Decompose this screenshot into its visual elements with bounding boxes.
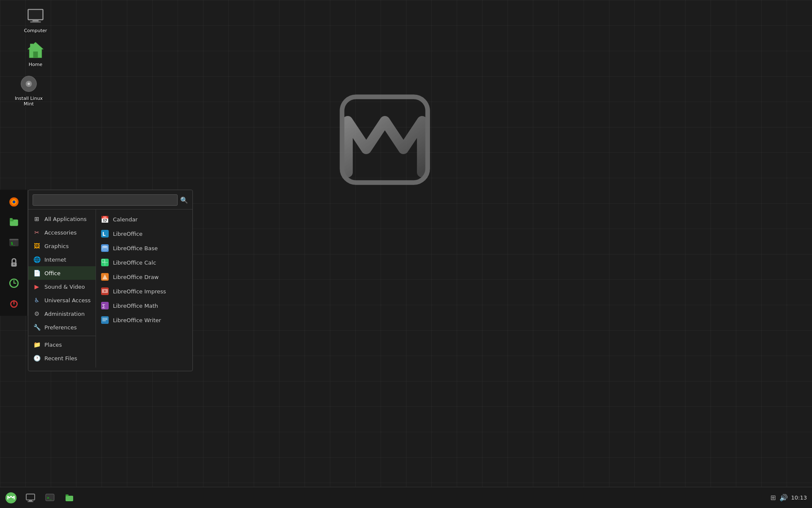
category-all-applications-label: All Applications bbox=[44, 216, 87, 222]
sidebar-icon-terminal[interactable]: $_ bbox=[4, 233, 24, 252]
taskbar-right: ⊞ 🔊 10:13 bbox=[770, 494, 812, 502]
desktop-icon-install[interactable]: Install Linux Mint bbox=[12, 72, 46, 108]
category-all-applications[interactable]: ⊞ All Applications bbox=[28, 212, 96, 226]
app-libreoffice[interactable]: L LibreOffice bbox=[96, 226, 192, 241]
desktop-icon-home[interactable]: Home bbox=[19, 38, 52, 69]
libreoffice-math-icon: ∑ bbox=[100, 301, 110, 310]
app-calendar-label: Calendar bbox=[113, 216, 137, 223]
universal-access-icon: ♿ bbox=[33, 296, 41, 304]
category-administration[interactable]: ⚙ Administration bbox=[28, 307, 96, 320]
graphics-icon: 🖼 bbox=[33, 242, 41, 250]
category-sound-video-label: Sound & Video bbox=[44, 284, 85, 290]
category-recent-files-label: Recent Files bbox=[44, 355, 77, 362]
category-graphics-label: Graphics bbox=[44, 243, 69, 249]
svg-rect-3 bbox=[30, 22, 41, 23]
app-libreoffice-writer[interactable]: LibreOffice Writer bbox=[96, 313, 192, 327]
app-libreoffice-impress[interactable]: LibreOffice Impress bbox=[96, 284, 192, 298]
category-internet-label: Internet bbox=[44, 257, 66, 263]
taskbar-mint-menu[interactable] bbox=[2, 489, 20, 507]
svg-point-13 bbox=[12, 201, 15, 204]
calendar-icon: 📅 bbox=[100, 215, 110, 224]
taskbar-show-desktop[interactable] bbox=[21, 489, 40, 507]
category-places[interactable]: 📁 Places bbox=[28, 338, 96, 351]
menu-apps: 📅 Calendar L LibreOffice bbox=[96, 210, 192, 367]
category-office[interactable]: 📄 Office bbox=[28, 266, 96, 280]
app-libreoffice-calc[interactable]: LibreOffice Calc bbox=[96, 255, 192, 270]
svg-point-45 bbox=[5, 492, 16, 503]
taskbar: >_ ⊞ 🔊 10:13 bbox=[0, 487, 812, 508]
libreoffice-draw-icon bbox=[100, 272, 110, 282]
install-icon-label: Install Linux Mint bbox=[10, 96, 48, 107]
svg-rect-16 bbox=[10, 218, 13, 220]
desktop-icon-computer[interactable]: Computer bbox=[19, 4, 52, 35]
internet-icon: 🌐 bbox=[33, 255, 41, 264]
category-preferences[interactable]: 🔧 Preferences bbox=[28, 320, 96, 334]
category-recent-files[interactable]: 🕐 Recent Files bbox=[28, 351, 96, 365]
taskbar-files[interactable] bbox=[60, 489, 79, 507]
app-libreoffice-impress-label: LibreOffice Impress bbox=[113, 288, 166, 295]
libreoffice-base-icon bbox=[100, 243, 110, 253]
app-libreoffice-draw-label: LibreOffice Draw bbox=[113, 274, 159, 280]
sidebar-icon-lock[interactable] bbox=[4, 253, 24, 273]
svg-rect-2 bbox=[33, 20, 38, 22]
category-places-label: Places bbox=[44, 342, 62, 348]
svg-text:∑: ∑ bbox=[102, 304, 105, 308]
svg-rect-48 bbox=[27, 501, 33, 502]
search-button[interactable]: 🔍 bbox=[180, 196, 188, 204]
svg-text:$_: $_ bbox=[11, 241, 15, 246]
svg-point-9 bbox=[27, 83, 30, 85]
app-libreoffice-draw[interactable]: LibreOffice Draw bbox=[96, 270, 192, 284]
network-icon: ⊞ bbox=[770, 494, 776, 502]
search-bar: 🔍 bbox=[28, 190, 192, 210]
category-internet[interactable]: 🌐 Internet bbox=[28, 253, 96, 266]
svg-rect-51 bbox=[66, 496, 73, 501]
libreoffice-writer-icon bbox=[100, 315, 110, 325]
svg-rect-44 bbox=[102, 320, 106, 321]
taskbar-left: >_ bbox=[0, 489, 79, 507]
sidebar: $_ bbox=[0, 190, 28, 316]
category-universal-access[interactable]: ♿ Universal Access bbox=[28, 293, 96, 307]
sidebar-icon-power[interactable] bbox=[4, 294, 24, 313]
accessories-icon: ✂ bbox=[33, 228, 41, 237]
sound-video-icon: ▶ bbox=[33, 282, 41, 291]
sidebar-icon-firefox[interactable] bbox=[4, 192, 24, 212]
sidebar-icon-files[interactable] bbox=[4, 213, 24, 232]
category-accessories[interactable]: ✂ Accessories bbox=[28, 226, 96, 239]
all-apps-icon: ⊞ bbox=[33, 215, 41, 223]
svg-point-21 bbox=[13, 263, 14, 265]
home-icon-label: Home bbox=[29, 62, 42, 67]
desktop: Computer Home Install Linux Mint bbox=[0, 0, 812, 508]
app-libreoffice-writer-label: LibreOffice Writer bbox=[113, 317, 161, 323]
svg-rect-5 bbox=[33, 52, 38, 58]
taskbar-terminal[interactable]: >_ bbox=[41, 489, 59, 507]
app-calendar[interactable]: 📅 Calendar bbox=[96, 212, 192, 226]
libreoffice-icon: L bbox=[100, 229, 110, 238]
office-icon: 📄 bbox=[33, 269, 41, 277]
sound-icon: 🔊 bbox=[779, 494, 788, 502]
menu-categories: ⊞ All Applications ✂ Accessories 🖼 Graph… bbox=[28, 210, 96, 367]
svg-text:>_: >_ bbox=[47, 496, 52, 500]
svg-rect-46 bbox=[26, 494, 35, 500]
app-libreoffice-base-label: LibreOffice Base bbox=[113, 245, 158, 251]
svg-rect-1 bbox=[29, 10, 42, 19]
svg-rect-41 bbox=[101, 316, 109, 324]
category-preferences-label: Preferences bbox=[44, 324, 77, 331]
search-input[interactable] bbox=[33, 194, 178, 206]
sidebar-icon-update[interactable] bbox=[4, 273, 24, 293]
category-graphics[interactable]: 🖼 Graphics bbox=[28, 239, 96, 253]
app-libreoffice-calc-label: LibreOffice Calc bbox=[113, 260, 156, 266]
app-libreoffice-math[interactable]: ∑ LibreOffice Math bbox=[96, 298, 192, 313]
svg-rect-18 bbox=[9, 239, 19, 240]
svg-rect-43 bbox=[102, 319, 107, 320]
svg-rect-47 bbox=[29, 500, 32, 501]
category-sound-video[interactable]: ▶ Sound & Video bbox=[28, 280, 96, 293]
libreoffice-impress-icon bbox=[100, 287, 110, 296]
app-libreoffice-base[interactable]: LibreOffice Base bbox=[96, 241, 192, 255]
computer-icon-label: Computer bbox=[24, 28, 47, 33]
category-administration-label: Administration bbox=[44, 311, 85, 317]
preferences-icon: 🔧 bbox=[33, 323, 41, 331]
libreoffice-calc-icon bbox=[100, 258, 110, 267]
category-accessories-label: Accessories bbox=[44, 229, 77, 236]
category-universal-access-label: Universal Access bbox=[44, 297, 91, 304]
menu-popup: 🔍 ⊞ All Applications ✂ Accessories 🖼 Gra… bbox=[28, 190, 193, 371]
